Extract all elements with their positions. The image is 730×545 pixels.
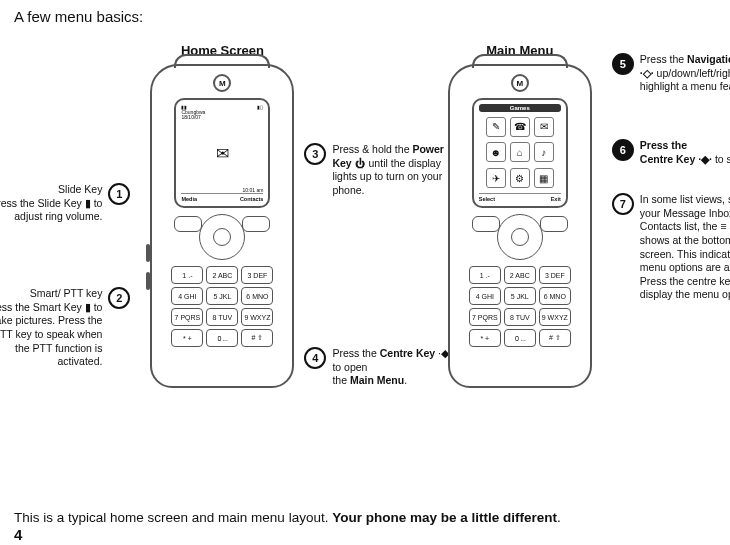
menu-icon[interactable]: ✎ <box>486 117 506 137</box>
callout-number-1: 1 <box>108 183 130 205</box>
menu-icon[interactable]: ⌂ <box>510 142 530 162</box>
page-number: 4 <box>14 526 22 543</box>
message-icon: ✉ <box>181 120 263 187</box>
key-9[interactable]: 9 WXYZ <box>539 308 571 326</box>
navigation-dpad[interactable] <box>497 214 543 260</box>
key-4[interactable]: 4 GHI <box>469 287 501 305</box>
menu-icon[interactable]: ▦ <box>534 168 554 188</box>
key-3[interactable]: 3 DEF <box>241 266 273 284</box>
callout-5-post: up/down/left/right to highlight a menu f… <box>640 67 730 93</box>
smart-ptt-key[interactable] <box>146 272 150 290</box>
menu-softkey-select[interactable]: Select <box>479 196 495 202</box>
slide-key[interactable] <box>146 244 150 262</box>
menu-softkey-exit[interactable]: Exit <box>551 196 561 202</box>
right-soft-button[interactable] <box>540 216 568 232</box>
callout-4-bold1: Centre Key <box>380 347 435 359</box>
intro-text: A few menu basics: <box>14 8 716 25</box>
motorola-logo: M <box>213 74 231 92</box>
main-menu-display: Games ✎ ☎ ✉ ☻ ⌂ ♪ ✈ ⚙ ▦ Select Exit <box>472 98 568 208</box>
motorola-logo: M <box>511 74 529 92</box>
key-2[interactable]: 2 ABC <box>504 266 536 284</box>
right-soft-button[interactable] <box>242 216 270 232</box>
key-2[interactable]: 2 ABC <box>206 266 238 284</box>
callout-4-bold2: Main Menu <box>350 374 404 386</box>
menu-icon[interactable]: ⚙ <box>510 168 530 188</box>
phone-keypad: 1 .- 2 ABC 3 DEF 4 GHI 5 JKL 6 MNO 7 PQR… <box>171 266 273 347</box>
callout-number-3: 3 <box>304 143 326 165</box>
menu-icon[interactable]: ✈ <box>486 168 506 188</box>
key-1[interactable]: 1 .- <box>469 266 501 284</box>
phone-menu: M Games ✎ ☎ ✉ ☻ ⌂ ♪ ✈ ⚙ ▦ Se <box>448 64 592 388</box>
callout-4-end: . <box>404 374 407 386</box>
callout-7-text: In some list views, such as your Message… <box>640 193 730 302</box>
key-5[interactable]: 5 JKL <box>206 287 238 305</box>
footer-text: This is a typical home screen and main m… <box>14 510 716 525</box>
key-8[interactable]: 8 TUV <box>206 308 238 326</box>
callout-6-pre: Press the <box>640 139 730 153</box>
callout-6-bold: Centre Key ·◆· <box>640 153 712 165</box>
key-7[interactable]: 7 PQRS <box>469 308 501 326</box>
right-softkey-label[interactable]: Contacts <box>240 196 264 202</box>
menu-icon[interactable]: ☎ <box>510 117 530 137</box>
callout-4-pre: Press the <box>332 347 379 359</box>
phone-keypad: 1 .- 2 ABC 3 DEF 4 GHI 5 JKL 6 MNO 7 PQR… <box>469 266 571 347</box>
callout-2-title: Smart/ PTT key <box>0 287 102 301</box>
menu-header: Games <box>479 104 561 112</box>
callout-number-4: 4 <box>304 347 326 369</box>
menu-icon[interactable]: ✉ <box>534 117 554 137</box>
callout-number-2: 2 <box>108 287 130 309</box>
key-0[interactable]: 0 ⎵ <box>206 329 238 347</box>
callout-1-title: Slide Key <box>0 183 102 197</box>
key-5[interactable]: 5 JKL <box>504 287 536 305</box>
key-0[interactable]: 0 ⎵ <box>504 329 536 347</box>
key-1[interactable]: 1 .- <box>171 266 203 284</box>
key-8[interactable]: 8 TUV <box>504 308 536 326</box>
key-3[interactable]: 3 DEF <box>539 266 571 284</box>
key-7[interactable]: 7 PQRS <box>171 308 203 326</box>
left-soft-button[interactable] <box>472 216 500 232</box>
navigation-dpad[interactable] <box>199 214 245 260</box>
key-hash[interactable]: # ⇧ <box>539 329 571 347</box>
callout-3-pre: Press & hold the <box>332 143 412 155</box>
callout-2-text: Press the Smart Key ▮ to take pictures. … <box>0 301 102 369</box>
menu-icon[interactable]: ☻ <box>486 142 506 162</box>
menu-icon[interactable]: ♪ <box>534 142 554 162</box>
home-screen-display: ▮▮ ▮▯ Cbungbwa 18/10/07 ✉ 10:01 am Media… <box>174 98 270 208</box>
callout-4-pre2: the <box>332 374 350 386</box>
left-soft-button[interactable] <box>174 216 202 232</box>
phone-home: M ▮▮ ▮▯ Cbungbwa 18/10/07 ✉ 10:01 am Med… <box>150 64 294 388</box>
callout-5-pre: Press the <box>640 53 687 65</box>
key-4[interactable]: 4 GHI <box>171 287 203 305</box>
callout-number-5: 5 <box>612 53 634 75</box>
key-6[interactable]: 6 MNO <box>241 287 273 305</box>
key-star[interactable]: * + <box>469 329 501 347</box>
key-6[interactable]: 6 MNO <box>539 287 571 305</box>
callout-6-post: to select it. <box>715 153 730 165</box>
left-softkey-label[interactable]: Media <box>181 196 197 202</box>
callout-number-7: 7 <box>612 193 634 215</box>
key-hash[interactable]: # ⇧ <box>241 329 273 347</box>
callout-number-6: 6 <box>612 139 634 161</box>
key-star[interactable]: * + <box>171 329 203 347</box>
callout-1-text: Press the Slide Key ▮ to adjust ring vol… <box>0 197 102 224</box>
key-9[interactable]: 9 WXYZ <box>241 308 273 326</box>
